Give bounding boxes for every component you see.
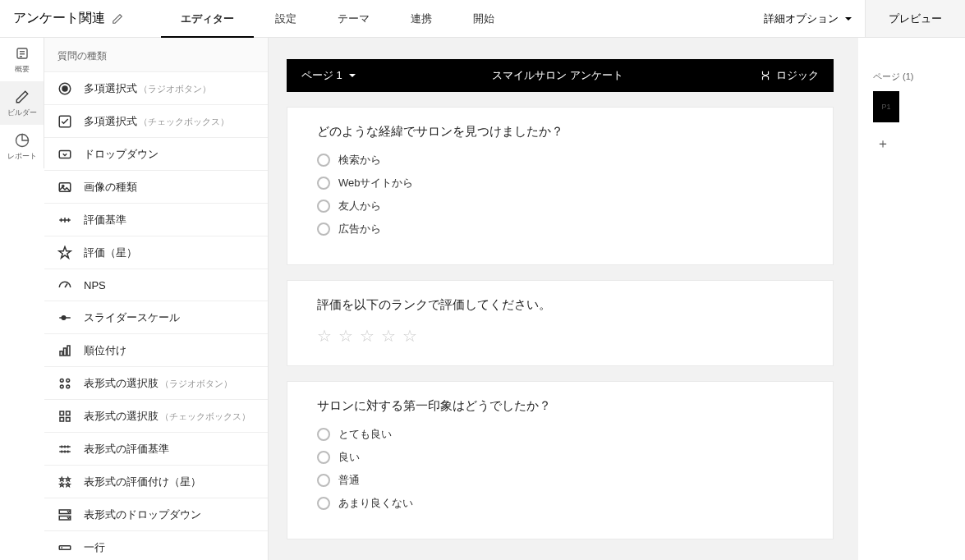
answer-option[interactable]: Webサイトから — [317, 176, 803, 190]
svg-point-16 — [62, 315, 66, 319]
answer-option[interactable]: あまり良くない — [317, 496, 803, 511]
svg-point-5 — [62, 86, 67, 91]
question-type-dropdown[interactable]: ドロップダウン — [44, 138, 268, 171]
question-type-label: 表形式の選択肢 — [84, 410, 159, 422]
rail-overview[interactable]: 概要 — [0, 38, 44, 81]
tab-integrate[interactable]: 連携 — [411, 0, 432, 37]
question-type-nps[interactable]: NPS — [44, 269, 268, 301]
svg-rect-38 — [59, 545, 71, 549]
question-type-matrix-radio[interactable]: 表形式の選択肢（ラジオボタン） — [44, 367, 268, 400]
radio-icon — [317, 200, 330, 213]
question-type-hint: （ラジオボタン） — [139, 84, 211, 94]
question-type-checkbox[interactable]: 多項選択式（チェックボックス） — [44, 105, 268, 138]
page-selector[interactable]: ページ 1 — [301, 68, 356, 83]
question-card[interactable]: 評価を以下のランクで評価してください。☆☆☆☆☆ — [287, 280, 834, 366]
question-type-label: スライダースケール — [84, 311, 180, 324]
nps-icon — [57, 278, 72, 292]
question-type-single-line[interactable]: 一行 — [44, 531, 268, 560]
tab-editor[interactable]: エディター — [181, 0, 234, 37]
rail-builder[interactable]: ビルダー — [0, 81, 44, 125]
question-type-matrix-star[interactable]: 表形式の評価付け（星） — [44, 466, 268, 498]
question-card[interactable]: どのような経緯でサロンを見つけましたか？検索からWebサイトから友人から広告から — [287, 107, 834, 265]
radio-icon — [57, 81, 72, 96]
scale-icon — [57, 213, 72, 227]
form-top-bar: ページ 1 スマイルサロン アンケート ロジック — [287, 59, 834, 92]
star-icon[interactable]: ☆ — [317, 326, 332, 346]
star-icon[interactable]: ☆ — [360, 326, 375, 346]
star-icon — [57, 246, 72, 260]
answer-option[interactable]: 友人から — [317, 199, 803, 213]
question-type-image[interactable]: 画像の種類 — [44, 171, 268, 204]
svg-rect-24 — [60, 411, 64, 415]
question-type-matrix-scale[interactable]: 表形式の評価基準 — [44, 433, 268, 466]
answer-label: あまり良くない — [338, 496, 413, 511]
svg-rect-26 — [60, 417, 64, 421]
advanced-options-dropdown[interactable]: 詳細オプション — [751, 11, 865, 26]
question-type-matrix-check[interactable]: 表形式の選択肢（チェックボックス） — [44, 400, 268, 433]
form-title: スマイルサロン アンケート — [492, 68, 623, 83]
answer-option[interactable]: 検索から — [317, 153, 803, 168]
logic-button[interactable]: ロジック — [760, 68, 819, 83]
answer-option[interactable]: 良い — [317, 450, 803, 465]
radio-icon — [317, 428, 330, 441]
svg-rect-7 — [59, 150, 71, 158]
question-type-label: 表形式のドロップダウン — [84, 508, 201, 521]
svg-point-21 — [67, 379, 70, 382]
question-type-label: NPS — [84, 279, 106, 291]
star-icon[interactable]: ☆ — [338, 326, 353, 346]
answer-option[interactable]: 普通 — [317, 473, 803, 488]
canvas-main[interactable]: ページ 1 スマイルサロン アンケート ロジック どのような経緯でサロンを見つけ… — [269, 38, 858, 560]
star-icon[interactable]: ☆ — [402, 326, 417, 346]
left-rail: 概要 ビルダー レポート — [0, 38, 44, 168]
page-thumbnail-1[interactable]: P1 — [873, 91, 899, 122]
question-type-label: 表形式の評価基準 — [84, 443, 169, 455]
header-tabs: エディター 設定 テーマ 連携 開始 — [181, 0, 494, 37]
question-type-label: 表形式の評価付け（星） — [84, 475, 201, 488]
question-type-sidebar[interactable]: 質問の種類 多項選択式（ラジオボタン）多項選択式（チェックボックス）ドロップダウ… — [44, 38, 269, 560]
question-type-label: 一行 — [84, 541, 105, 553]
star-icon[interactable]: ☆ — [381, 326, 396, 346]
question-type-scale[interactable]: 評価基準 — [44, 204, 268, 236]
radio-icon — [317, 474, 330, 487]
question-type-hint: （ラジオボタン） — [160, 379, 232, 388]
answer-option[interactable]: 広告から — [317, 222, 803, 236]
svg-rect-25 — [67, 411, 71, 415]
pie-chart-icon — [15, 133, 30, 148]
question-type-matrix-dropdown[interactable]: 表形式のドロップダウン — [44, 498, 268, 531]
answer-label: 良い — [338, 450, 360, 465]
question-type-radio[interactable]: 多項選択式（ラジオボタン） — [44, 72, 268, 105]
star-rating[interactable]: ☆☆☆☆☆ — [317, 326, 803, 346]
question-type-label: 多項選択式 — [84, 115, 137, 127]
question-title: サロンに対する第一印象はどうでしたか？ — [317, 398, 803, 414]
rail-report[interactable]: レポート — [0, 125, 44, 168]
question-type-label: ドロップダウン — [84, 148, 159, 160]
question-type-slider[interactable]: スライダースケール — [44, 301, 268, 334]
answer-label: 検索から — [338, 153, 381, 168]
question-type-star[interactable]: 評価（星） — [44, 236, 268, 269]
svg-point-23 — [67, 384, 70, 388]
top-bar: アンケート関連 エディター 設定 テーマ 連携 開始 詳細オプション プレビュー — [0, 0, 965, 38]
matrix-star-icon — [57, 475, 72, 489]
answer-option[interactable]: とても良い — [317, 427, 803, 442]
tab-settings[interactable]: 設定 — [275, 0, 296, 37]
question-type-label: 画像の種類 — [84, 181, 137, 193]
matrix-dropdown-icon — [57, 507, 72, 522]
svg-rect-19 — [67, 346, 70, 356]
edit-title-icon[interactable] — [112, 13, 123, 25]
svg-point-20 — [60, 379, 63, 382]
question-type-ranking[interactable]: 順位付け — [44, 334, 268, 367]
logic-icon — [760, 70, 771, 81]
svg-line-14 — [65, 284, 67, 288]
tab-theme[interactable]: テーマ — [338, 0, 370, 37]
question-type-label: 評価（星） — [84, 246, 137, 259]
tab-start[interactable]: 開始 — [473, 0, 494, 37]
survey-title: アンケート関連 — [13, 10, 105, 27]
preview-button[interactable]: プレビュー — [865, 0, 965, 37]
radio-icon — [317, 154, 330, 167]
answer-label: 友人から — [338, 199, 381, 213]
svg-rect-27 — [67, 417, 71, 421]
add-page-button[interactable]: ＋ — [873, 132, 950, 156]
answer-label: とても良い — [338, 427, 392, 442]
pages-header: ページ (1) — [873, 71, 950, 83]
question-card[interactable]: サロンに対する第一印象はどうでしたか？とても良い良い普通あまり良くない — [287, 381, 834, 539]
